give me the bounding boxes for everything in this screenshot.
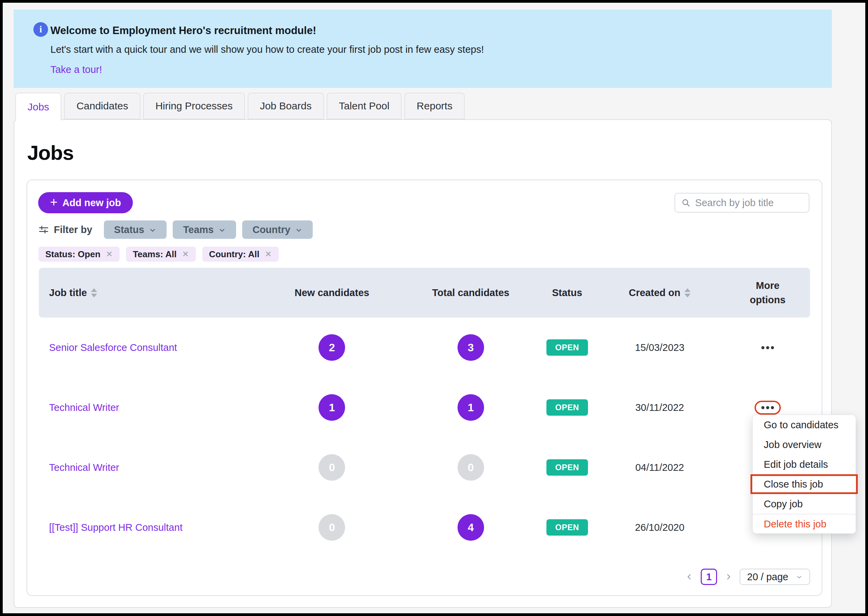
menu-item-go-to-candidates[interactable]: Go to candidates bbox=[752, 415, 856, 435]
chevron-down-icon bbox=[218, 226, 226, 234]
job-title-link[interactable]: [[Test]] Support HR Consultant bbox=[49, 522, 183, 533]
remove-chip-icon[interactable]: ✕ bbox=[106, 250, 113, 259]
jobs-tab-panel: Jobs + Add new job Filte bbox=[14, 119, 832, 608]
status-badge: OPEN bbox=[546, 339, 588, 356]
table-row: Technical Writer 1 1 OPEN 30/11/2022 bbox=[39, 377, 810, 437]
country-filter-dropdown[interactable]: Country bbox=[242, 220, 313, 239]
add-new-job-button[interactable]: + Add new job bbox=[38, 192, 133, 213]
total-candidates-badge: 1 bbox=[457, 394, 484, 421]
total-candidates-badge: 0 bbox=[457, 454, 484, 481]
teams-filter-dropdown[interactable]: Teams bbox=[173, 220, 236, 239]
tab-jobs[interactable]: Jobs bbox=[15, 93, 61, 121]
sort-icon bbox=[684, 288, 691, 297]
status-badge: OPEN bbox=[546, 459, 588, 476]
recruitment-page: i Welcome to Employment Hero's recruitme… bbox=[3, 3, 865, 613]
banner-body: Let's start with a quick tour and we wil… bbox=[50, 44, 484, 55]
table-row: [[Test]] Support HR Consultant 0 4 OPEN … bbox=[39, 497, 810, 558]
tab-candidates[interactable]: Candidates bbox=[64, 93, 140, 119]
menu-item-edit-job-details[interactable]: Edit job details bbox=[752, 454, 856, 474]
created-on-date: 30/11/2022 bbox=[635, 402, 684, 413]
header-created-on[interactable]: Created on bbox=[594, 287, 725, 299]
menu-item-job-overview[interactable]: Job overview bbox=[752, 435, 856, 454]
page-number-button[interactable]: 1 bbox=[701, 569, 717, 585]
status-badge: OPEN bbox=[546, 399, 588, 416]
new-candidates-badge: 2 bbox=[319, 334, 345, 361]
header-new-candidates: New candidates bbox=[263, 287, 402, 299]
filter-row: Filter by Status Teams Country bbox=[38, 220, 319, 239]
filter-by-label: Filter by bbox=[38, 224, 92, 236]
search-icon bbox=[681, 198, 691, 208]
page-size-select[interactable]: 20 / page bbox=[739, 569, 810, 585]
created-on-date: 04/11/2022 bbox=[635, 462, 684, 473]
page-title: Jobs bbox=[27, 141, 74, 165]
take-a-tour-link[interactable]: Take a tour! bbox=[50, 64, 102, 75]
annotation-highlight-ring bbox=[755, 401, 781, 415]
header-total-candidates: Total candidates bbox=[401, 287, 540, 299]
header-more-options: More options bbox=[725, 278, 810, 307]
total-candidates-badge: 3 bbox=[457, 334, 484, 361]
remove-chip-icon[interactable]: ✕ bbox=[182, 250, 189, 259]
module-tabs: Jobs Candidates Hiring Processes Job Boa… bbox=[15, 93, 465, 120]
sort-icon bbox=[91, 288, 97, 297]
header-status: Status bbox=[540, 287, 594, 299]
chip-country-all: Country: All ✕ bbox=[202, 247, 279, 262]
plus-icon: + bbox=[50, 196, 58, 209]
status-filter-dropdown[interactable]: Status bbox=[104, 220, 167, 239]
more-options-button[interactable] bbox=[761, 346, 774, 349]
remove-chip-icon[interactable]: ✕ bbox=[265, 250, 272, 259]
new-candidates-badge: 0 bbox=[319, 514, 345, 541]
next-page-button[interactable] bbox=[724, 572, 733, 581]
chip-status-open: Status: Open ✕ bbox=[39, 247, 119, 262]
job-search-box bbox=[675, 193, 809, 212]
created-on-date: 26/10/2020 bbox=[635, 522, 684, 533]
tab-hiring-processes[interactable]: Hiring Processes bbox=[143, 93, 245, 119]
new-candidates-badge: 1 bbox=[319, 394, 345, 421]
created-on-date: 15/03/2023 bbox=[635, 342, 684, 353]
table-header: Job title New candidates Total candidate… bbox=[39, 268, 810, 317]
chevron-down-icon bbox=[295, 226, 303, 234]
search-input[interactable] bbox=[695, 197, 803, 209]
tab-job-boards[interactable]: Job Boards bbox=[248, 93, 324, 119]
tab-talent-pool[interactable]: Talent Pool bbox=[327, 93, 402, 119]
header-job-title[interactable]: Job title bbox=[39, 287, 263, 299]
filter-icon bbox=[38, 224, 49, 235]
job-title-link[interactable]: Technical Writer bbox=[49, 402, 119, 413]
welcome-banner: i Welcome to Employment Hero's recruitme… bbox=[14, 9, 832, 88]
more-options-context-menu: Go to candidates Job overview Edit job d… bbox=[752, 415, 856, 534]
total-candidates-badge: 4 bbox=[457, 514, 484, 541]
table-body: Senior Salesforce Consultant 2 3 OPEN 15… bbox=[39, 317, 810, 558]
job-title-link[interactable]: Technical Writer bbox=[49, 462, 119, 473]
previous-page-button[interactable] bbox=[685, 572, 694, 581]
job-title-link[interactable]: Senior Salesforce Consultant bbox=[49, 342, 177, 353]
more-options-button[interactable] bbox=[761, 406, 774, 409]
active-filter-chips: Status: Open ✕ Teams: All ✕ Country: All… bbox=[39, 247, 279, 262]
menu-item-delete-this-job[interactable]: Delete this job bbox=[752, 514, 856, 534]
banner-title: Welcome to Employment Hero's recruitment… bbox=[50, 25, 316, 37]
pagination: 1 20 / page bbox=[685, 569, 810, 585]
add-new-job-label: Add new job bbox=[62, 197, 121, 209]
chip-teams-all: Teams: All ✕ bbox=[126, 247, 196, 262]
info-icon: i bbox=[33, 22, 48, 37]
menu-item-copy-job[interactable]: Copy job bbox=[752, 494, 856, 514]
chevron-down-icon bbox=[149, 226, 156, 234]
tab-reports[interactable]: Reports bbox=[404, 93, 465, 119]
menu-item-close-this-job[interactable]: Close this job bbox=[752, 474, 856, 494]
table-row: Senior Salesforce Consultant 2 3 OPEN 15… bbox=[39, 317, 810, 377]
chevron-down-icon bbox=[796, 574, 803, 581]
status-badge: OPEN bbox=[546, 519, 588, 536]
table-row: Technical Writer 0 0 OPEN 04/11/2022 bbox=[39, 437, 810, 497]
jobs-card: + Add new job Filter by bbox=[27, 179, 822, 596]
screenshot-frame: i Welcome to Employment Hero's recruitme… bbox=[0, 0, 868, 616]
new-candidates-badge: 0 bbox=[319, 454, 345, 481]
